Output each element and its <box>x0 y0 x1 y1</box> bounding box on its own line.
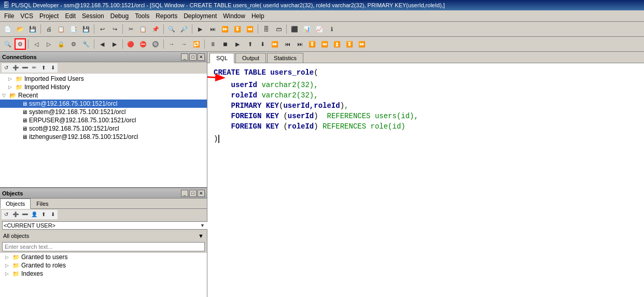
t4[interactable]: ⚙ <box>68 38 79 50</box>
t19[interactable]: ⏩ <box>269 38 281 50</box>
connections-close[interactable]: ✕ <box>198 53 205 61</box>
conn-up[interactable]: ⬆ <box>39 63 48 73</box>
print-btn[interactable]: 🖨 <box>43 23 54 35</box>
t23[interactable]: ⏪ <box>319 38 330 50</box>
t24[interactable]: ⏫ <box>331 38 343 50</box>
paste-btn[interactable]: 📌 <box>150 23 161 35</box>
t2[interactable]: ▷ <box>43 38 54 50</box>
t16[interactable]: ▶ <box>232 38 243 50</box>
obj-refresh[interactable]: ↺ <box>2 210 11 219</box>
tool-btn1[interactable]: ⬛ <box>289 23 300 35</box>
obj-up[interactable]: ⬆ <box>39 210 48 219</box>
new-btn[interactable]: 📄 <box>2 23 13 35</box>
menu-reports[interactable]: Reports <box>152 11 180 21</box>
t15[interactable]: ⏹ <box>219 38 231 50</box>
redo-btn[interactable]: ↪ <box>109 23 120 35</box>
tree-granted-users[interactable]: ▷ 📁 Granted to users <box>0 253 207 261</box>
menu-window[interactable]: Window <box>220 11 248 21</box>
gear-btn[interactable]: ⚙ <box>15 38 26 50</box>
current-user-select[interactable]: <CURRENT USER> <box>2 221 208 230</box>
menu-edit[interactable]: Edit <box>62 11 79 21</box>
objects-close[interactable]: ✕ <box>198 190 205 197</box>
t5[interactable]: 🔧 <box>80 38 92 50</box>
t11[interactable]: → <box>166 38 177 50</box>
tree-conn-system[interactable]: 🖥 system@192.168.75.100:1521/orcl <box>0 108 207 116</box>
conn-refresh[interactable]: ↺ <box>2 63 11 73</box>
run2-btn[interactable]: ⏭ <box>207 23 218 35</box>
search-input[interactable] <box>2 242 205 251</box>
obj-user[interactable]: 👤 <box>30 210 39 219</box>
menu-file[interactable]: File <box>1 11 17 21</box>
copy-btn[interactable]: 📋 <box>137 23 149 35</box>
find-btn[interactable]: 🔍 <box>166 23 177 35</box>
undo-btn[interactable]: ↩ <box>96 23 108 35</box>
menu-debug[interactable]: Debug <box>107 11 132 21</box>
t20[interactable]: ⏮ <box>282 38 293 50</box>
connections-minimize[interactable]: _ <box>181 53 188 61</box>
find2-btn[interactable]: 🔎 <box>178 23 190 35</box>
tab-objects[interactable]: Objects <box>0 199 31 209</box>
t6[interactable]: ◀ <box>96 38 108 50</box>
tool-btn2[interactable]: 📊 <box>301 23 313 35</box>
tree-conn-ssm[interactable]: 🖥 ssm@192.168.75.100:1521/orcl <box>0 100 207 108</box>
tree-imported-fixed-users[interactable]: ▷ 📁 Imported Fixed Users <box>0 75 207 83</box>
save-btn[interactable]: 💾 <box>27 23 38 35</box>
open-btn[interactable]: 📂 <box>15 23 26 35</box>
menu-vcs[interactable]: VCS <box>17 11 36 21</box>
t7[interactable]: ▶ <box>109 38 120 50</box>
zoom-btn[interactable]: 🔍 <box>2 38 13 50</box>
connections-maximize[interactable]: □ <box>189 53 197 61</box>
t3[interactable]: 🔒 <box>55 38 67 50</box>
t17[interactable]: ⬆ <box>244 38 256 50</box>
run5-btn[interactable]: ⏪ <box>244 23 256 35</box>
obj-remove[interactable]: ➖ <box>20 210 30 219</box>
t18[interactable]: ⬇ <box>257 38 268 50</box>
print2-btn[interactable]: 📋 <box>55 23 67 35</box>
menu-deployment[interactable]: Deployment <box>180 11 220 21</box>
db2-btn[interactable]: 🗃 <box>273 23 284 35</box>
t22[interactable]: ⏬ <box>306 38 318 50</box>
t25[interactable]: ⏬ <box>344 38 355 50</box>
tool-btn3[interactable]: 📈 <box>314 23 325 35</box>
tab-files[interactable]: Files <box>31 199 54 208</box>
tree-indexes[interactable]: ▷ 📁 Indexes <box>0 270 207 278</box>
tree-conn-itzhenguser[interactable]: 🖥 itzhenguser@192.168.75.100:1521/orcl <box>0 133 207 141</box>
menu-tools[interactable]: Tools <box>132 11 152 21</box>
obj-down[interactable]: ⬇ <box>48 210 58 219</box>
menu-session[interactable]: Session <box>79 11 107 21</box>
t12[interactable]: → <box>178 38 190 50</box>
run3-btn[interactable]: ⏩ <box>219 23 231 35</box>
run-btn[interactable]: ▶ <box>194 23 206 35</box>
conn-add[interactable]: ➕ <box>11 63 20 73</box>
objects-minimize[interactable]: _ <box>181 190 188 197</box>
t9[interactable]: ⛔ <box>137 38 149 50</box>
tab-statistics[interactable]: Statistics <box>267 53 303 63</box>
obj-add[interactable]: ➕ <box>11 210 20 219</box>
menu-project[interactable]: Project <box>36 11 62 21</box>
tab-sql[interactable]: SQL <box>209 53 234 63</box>
conn-remove[interactable]: ➖ <box>20 63 30 73</box>
tool-btn4[interactable]: ℹ <box>326 23 338 35</box>
tree-conn-erpuser[interactable]: 🖥 ERPUSER@192.168.75.100:1521/orcl <box>0 116 207 124</box>
sql-editor[interactable]: CREATE TABLE users_role( userId varchar2… <box>207 63 644 297</box>
preview-btn[interactable]: 📑 <box>68 23 79 35</box>
t21[interactable]: ⏭ <box>294 38 305 50</box>
menu-help[interactable]: Help <box>248 11 268 21</box>
db-btn[interactable]: 🗄 <box>260 23 272 35</box>
tree-imported-history[interactable]: ▷ 📁 Imported History <box>0 83 207 91</box>
conn-edit[interactable]: ✏ <box>30 63 39 73</box>
tab-output[interactable]: Output <box>235 53 266 63</box>
run4-btn[interactable]: ⏬ <box>232 23 243 35</box>
t14[interactable]: ⏸ <box>207 38 218 50</box>
tree-recent[interactable]: ▽ 📂 Recent <box>0 91 207 100</box>
objects-maximize[interactable]: □ <box>189 190 197 197</box>
tree-granted-roles[interactable]: ▷ 📁 Granted to roles <box>0 261 207 270</box>
t26[interactable]: ⏩ <box>356 38 368 50</box>
conn-down[interactable]: ⬇ <box>48 63 58 73</box>
cut-btn[interactable]: ✂ <box>125 23 136 35</box>
save2-btn[interactable]: 💾 <box>80 23 92 35</box>
t13[interactable]: 🔁 <box>191 38 202 50</box>
tree-conn-scott[interactable]: 🖥 scott@192.168.75.100:1521/orcl <box>0 124 207 133</box>
t8[interactable]: 🔴 <box>125 38 136 50</box>
all-objects-row[interactable]: All objects ▼ <box>0 231 207 241</box>
